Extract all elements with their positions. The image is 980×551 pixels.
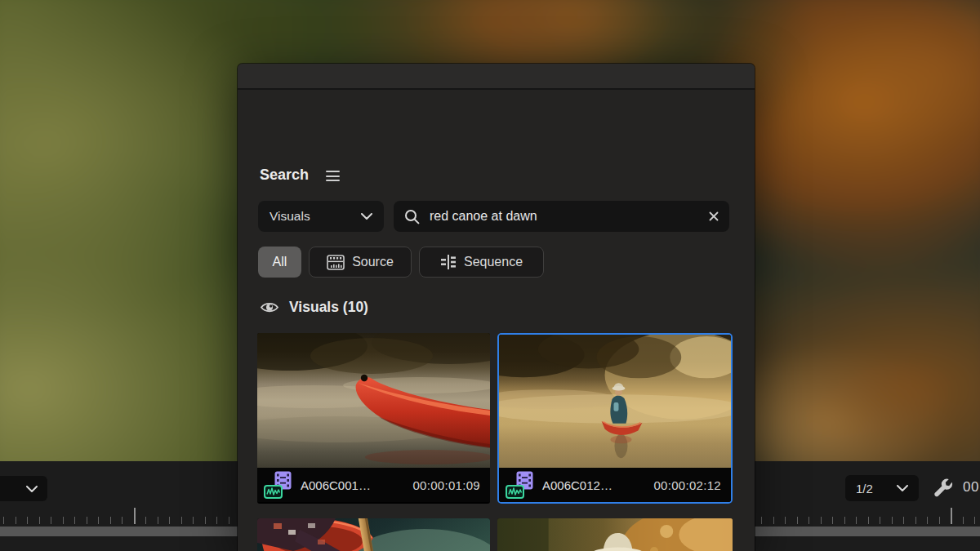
thumbnail-photographer bbox=[497, 518, 733, 551]
audio-clip-icon bbox=[506, 485, 524, 499]
clip-timecode: 00:00:02:12 bbox=[653, 478, 721, 492]
result-card-3[interactable] bbox=[257, 518, 490, 551]
search-field[interactable] bbox=[394, 201, 729, 232]
clip-timecode: 00:00:01:09 bbox=[412, 478, 480, 492]
audio-clip-icon bbox=[264, 485, 283, 499]
clip-name: A006C012… bbox=[542, 478, 612, 492]
result-card-1[interactable]: A006C001… 00:00:01:09 bbox=[257, 333, 490, 504]
panel-title: Search bbox=[260, 167, 309, 184]
category-dropdown[interactable]: Visuals bbox=[258, 201, 384, 232]
chevron-down-icon bbox=[897, 485, 908, 491]
thumbnail-person-canoe-dawn bbox=[499, 335, 731, 468]
timecode-fragment: 00 bbox=[963, 479, 979, 495]
app-window: 1/2 00 Search Visuals A bbox=[0, 0, 980, 551]
chevron-down-icon bbox=[361, 213, 372, 220]
filter-sequence-button[interactable]: Sequence bbox=[419, 247, 544, 278]
category-dropdown-value: Visuals bbox=[270, 209, 310, 224]
panel-menu-icon[interactable] bbox=[326, 171, 340, 181]
filter-all-label: All bbox=[273, 255, 287, 269]
results-count-label: Visuals (10) bbox=[289, 299, 368, 316]
clip-name: A006C001… bbox=[301, 478, 371, 492]
filter-source-button[interactable]: Source bbox=[309, 247, 412, 278]
clip-info-bar: A006C001… 00:00:01:09 bbox=[257, 468, 490, 502]
clip-filmstrip-icon bbox=[327, 255, 345, 270]
filter-sequence-label: Sequence bbox=[464, 255, 523, 269]
sequence-icon bbox=[440, 254, 457, 270]
results-section-header: Visuals (10) bbox=[260, 299, 368, 316]
search-panel: Search Visuals All bbox=[238, 64, 755, 551]
timeline-left-dropdown[interactable] bbox=[0, 476, 47, 501]
search-input[interactable] bbox=[428, 208, 709, 224]
thumbnail-canoe-bow-mist bbox=[257, 333, 490, 468]
search-icon bbox=[404, 209, 420, 224]
results-grid: A006C001… 00:00:01:09 bbox=[257, 333, 735, 551]
thumbnail-canoe-paddle-closeup bbox=[257, 518, 490, 551]
chevron-down-icon bbox=[26, 486, 38, 492]
panel-header-bar[interactable] bbox=[238, 64, 755, 90]
av-clip-icon bbox=[506, 471, 535, 499]
filter-source-label: Source bbox=[352, 255, 394, 269]
clear-search-icon[interactable] bbox=[709, 211, 719, 221]
eye-icon bbox=[260, 300, 279, 314]
result-card-4[interactable] bbox=[497, 518, 733, 551]
page-dropdown[interactable]: 1/2 bbox=[845, 475, 919, 501]
av-clip-icon bbox=[264, 471, 293, 499]
page-dropdown-value: 1/2 bbox=[856, 482, 873, 495]
wrench-icon[interactable] bbox=[932, 478, 953, 499]
clip-info-bar: A006C012… 00:00:02:12 bbox=[499, 468, 731, 502]
result-card-2-selected[interactable]: A006C012… 00:00:02:12 bbox=[497, 333, 733, 504]
filter-all-button[interactable]: All bbox=[258, 247, 301, 278]
